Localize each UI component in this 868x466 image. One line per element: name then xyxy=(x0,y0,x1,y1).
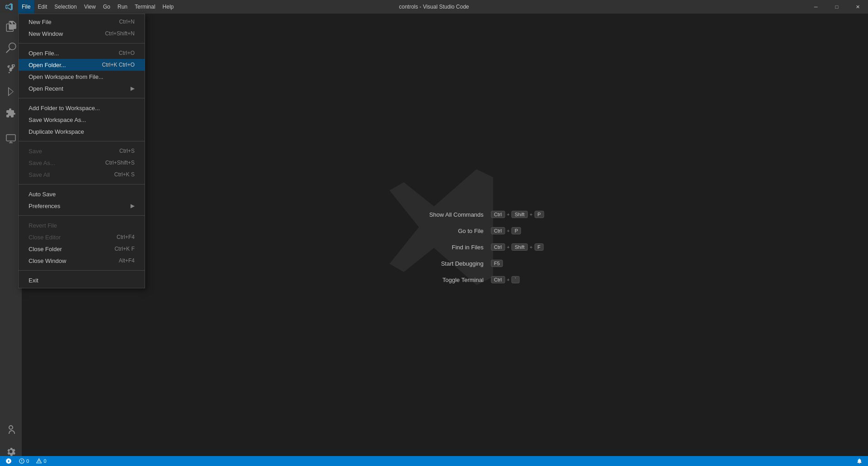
status-notifications[interactable] xyxy=(854,456,864,466)
menu-section-new: New File Ctrl+N New Window Ctrl+Shift+N xyxy=(19,14,145,41)
menu-close-editor[interactable]: Close Editor Ctrl+F4 xyxy=(19,231,145,243)
menu-save-workspace[interactable]: Save Workspace As... xyxy=(19,114,145,126)
menu-open-file[interactable]: Open File... Ctrl+O xyxy=(19,47,145,59)
window-title: controls - Visual Studio Code xyxy=(399,4,469,10)
separator-4 xyxy=(19,184,145,184)
menu-open-recent[interactable]: Open Recent ▶ xyxy=(19,83,145,94)
menu-add-folder[interactable]: Add Folder to Workspace... xyxy=(19,102,145,114)
key-shift: Shift xyxy=(511,211,528,218)
error-count: 0 xyxy=(26,458,29,464)
menu-section-workspace: Add Folder to Workspace... Save Workspac… xyxy=(19,100,145,139)
menu-revert-file[interactable]: Revert File xyxy=(19,219,145,231)
menu-save-all[interactable]: Save All Ctrl+K S xyxy=(19,169,145,180)
separator-1 xyxy=(19,43,145,44)
shortcut-keys-goto: Ctrl + P xyxy=(491,227,521,234)
status-bar-right xyxy=(854,456,864,466)
menu-open-folder[interactable]: Open Folder... Ctrl+K Ctrl+O xyxy=(19,59,145,71)
separator-3 xyxy=(19,141,145,141)
key-ctrl-p-p: P xyxy=(511,227,521,234)
menu-section-close: Revert File Close Editor Ctrl+F4 Close F… xyxy=(19,218,145,268)
minimize-button[interactable]: ─ xyxy=(805,0,826,14)
shortcut-keys-debug: F5 xyxy=(491,260,503,267)
menu-edit[interactable]: Edit xyxy=(34,0,51,14)
shortcut-row-terminal: Toggle Terminal Ctrl + ` xyxy=(420,276,544,283)
menu-duplicate-workspace[interactable]: Duplicate Workspace xyxy=(19,126,145,137)
key-backtick: ` xyxy=(511,276,519,283)
shortcut-row-goto: Go to File Ctrl + P xyxy=(420,227,544,234)
menu-close-window[interactable]: Close Window Alt+F4 xyxy=(19,255,145,267)
shortcut-row-commands: Show All Commands Ctrl + Shift + P xyxy=(420,211,544,218)
menu-new-file[interactable]: New File Ctrl+N xyxy=(19,16,145,28)
status-errors[interactable]: 0 xyxy=(17,456,31,466)
menu-close-folder[interactable]: Close Folder Ctrl+K F xyxy=(19,243,145,255)
warning-count: 0 xyxy=(44,458,46,464)
shortcut-row-debug: Start Debugging F5 xyxy=(420,260,544,267)
menu-go[interactable]: Go xyxy=(99,0,114,14)
menu-auto-save[interactable]: Auto Save xyxy=(19,188,145,200)
menu-preferences[interactable]: Preferences ▶ xyxy=(19,200,145,212)
shortcut-keys-commands: Ctrl + Shift + P xyxy=(491,211,544,218)
key-p: P xyxy=(534,211,544,218)
shortcut-label-goto: Go to File xyxy=(420,228,484,234)
key-term-ctrl: Ctrl xyxy=(491,276,505,283)
title-bar: File Edit Selection View Go Run Terminal… xyxy=(0,0,868,14)
app-icon xyxy=(0,3,18,10)
status-remote[interactable] xyxy=(4,456,14,466)
content-area: Show All Commands Ctrl + Shift + P Go to… xyxy=(22,14,868,466)
menu-selection[interactable]: Selection xyxy=(51,0,80,14)
preferences-arrow: ▶ xyxy=(131,203,135,209)
menu-bar: File Edit Selection View Go Run Terminal… xyxy=(18,0,177,14)
shortcut-row-find: Find in Files Ctrl + Shift + F xyxy=(420,243,544,251)
window-controls: ─ □ ✕ xyxy=(805,0,868,14)
status-bar-left: 0 0 xyxy=(4,456,48,466)
shortcut-label-terminal: Toggle Terminal xyxy=(420,277,484,283)
menu-run[interactable]: Run xyxy=(114,0,131,14)
menu-new-window[interactable]: New Window Ctrl+Shift+N xyxy=(19,28,145,39)
file-dropdown-menu: New File Ctrl+N New Window Ctrl+Shift+N … xyxy=(18,14,145,288)
activity-account[interactable] xyxy=(0,419,22,441)
open-recent-arrow: ▶ xyxy=(131,85,135,92)
menu-save[interactable]: Save Ctrl+S xyxy=(19,145,145,157)
shortcut-label-find: Find in Files xyxy=(420,244,484,251)
separator-5 xyxy=(19,215,145,216)
menu-save-as[interactable]: Save As... Ctrl+Shift+S xyxy=(19,157,145,169)
menu-section-exit: Exit xyxy=(19,272,145,288)
menu-section-open: Open File... Ctrl+O Open Folder... Ctrl+… xyxy=(19,45,145,96)
maximize-button[interactable]: □ xyxy=(826,0,847,14)
shortcuts-panel: Show All Commands Ctrl + Shift + P Go to… xyxy=(420,211,544,283)
shortcut-keys-terminal: Ctrl + ` xyxy=(491,276,519,283)
menu-terminal[interactable]: Terminal xyxy=(131,0,159,14)
separator-6 xyxy=(19,270,145,271)
key-find-f: F xyxy=(534,243,544,251)
svg-rect-0 xyxy=(6,135,15,141)
menu-section-prefs: Auto Save Preferences ▶ xyxy=(19,186,145,214)
key-find-ctrl: Ctrl xyxy=(491,243,505,251)
key-ctrl-p-ctrl: Ctrl xyxy=(491,227,505,234)
menu-exit[interactable]: Exit xyxy=(19,274,145,286)
status-warnings[interactable]: 0 xyxy=(34,456,48,466)
menu-section-save: Save Ctrl+S Save As... Ctrl+Shift+S Save… xyxy=(19,143,145,182)
close-button[interactable]: ✕ xyxy=(847,0,868,14)
status-bar: 0 0 xyxy=(0,456,868,466)
shortcut-label-debug: Start Debugging xyxy=(420,260,484,267)
menu-file[interactable]: File xyxy=(18,0,34,14)
menu-help[interactable]: Help xyxy=(159,0,178,14)
key-ctrl: Ctrl xyxy=(491,211,505,218)
key-f5: F5 xyxy=(491,260,503,267)
separator-2 xyxy=(19,98,145,98)
shortcut-keys-find: Ctrl + Shift + F xyxy=(491,243,544,251)
key-find-shift: Shift xyxy=(511,243,528,251)
menu-view[interactable]: View xyxy=(80,0,99,14)
menu-open-workspace[interactable]: Open Workspace from File... xyxy=(19,71,145,83)
shortcut-label-commands: Show All Commands xyxy=(420,211,484,218)
